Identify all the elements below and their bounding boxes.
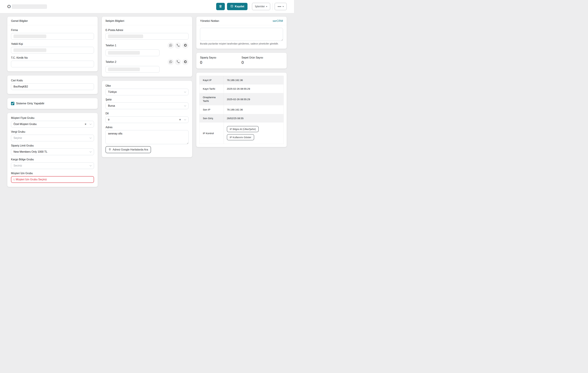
firma-label: Firma [11,29,94,32]
google-maps-search-button[interactable]: Adresi Google Haritalarda Ara [105,146,151,153]
table-row: Kayıt IP 78.189.162.36 [200,76,284,84]
general-info-card-header: Genel Bilgiler [7,17,98,25]
contact-info-card: İletişim Bilgileri E-Posta Adresi Telefo… [102,17,192,77]
ulke-select[interactable]: Türkiye [105,89,189,95]
musteri-fiyat-grubu-select[interactable]: Özel Müşteri Grubu ✕ [11,121,94,127]
cari-kodu-field: Cari Kodu [11,79,94,90]
siparis-sayisi-stat: Sipariş Sayısı 0 [200,56,242,65]
email-input[interactable] [105,33,189,40]
sisteme-giris-label[interactable]: Sisteme Giriş Yapabilir [16,102,44,105]
telegram-button[interactable] [182,42,189,49]
admin-notes-textarea[interactable] [200,28,283,41]
siparis-limit-grubu-field: Sipariş Limit Grubu New Members Only 100… [11,144,94,155]
whatsapp-button[interactable] [168,42,174,49]
selected-value: Özel Müşteri Grubu [13,123,37,126]
musteri-izin-grubu-select[interactable]: i. Müşteri İzin Grubu Seçiniz [11,176,94,183]
dil-select[interactable]: tr ✕ [105,116,189,123]
telegram-button[interactable] [182,59,189,65]
vergi-grubu-select[interactable]: Seçiniz [11,135,94,141]
phone2-action-icons [168,59,189,65]
redacted-customer-name [12,4,47,9]
sercrm-link[interactable]: serCRM [273,19,283,23]
caret-down-icon: ▾ [283,6,284,8]
ellipsis-icon: ••• [278,5,281,8]
firma-input[interactable] [11,33,94,40]
islemler-label: İşlemler [255,5,265,8]
row-value: 78.189.162.36 [224,76,284,84]
select-placeholder: Seciniz [13,164,22,167]
row-value: 2025-02-26 08:55:29 [224,93,284,105]
siparis-limit-grubu-select[interactable]: New Members Only 1000 TL [11,148,94,155]
table-row: Kayıt Tarihi 2025-02-26 08:55:29 [200,84,284,93]
email-field: E-Posta Adresi [105,29,189,40]
header-divider [250,3,250,10]
adres-textarea[interactable]: serenay ofis [105,130,189,144]
ip-kullanimi-goster-button[interactable]: IP Kullanımı Göster [227,134,254,140]
cari-kodu-input[interactable] [11,83,94,90]
islemler-dropdown-button[interactable]: İşlemler ▾ [252,3,270,10]
ip-bilgisi-al-button[interactable]: IP Bilgisi Al (Ülke/Şehir) [227,126,259,132]
main-content: Genel Bilgiler Firma Yetkili Kişi T.C. K… [0,13,294,190]
whatsapp-button[interactable] [168,59,174,65]
vergi-grubu-label: Vergi Grubu [11,130,94,134]
sepet-urun-sayisi-value: 0 [242,60,283,65]
whatsapp-icon [169,60,172,64]
call-button[interactable] [175,59,181,65]
yetkili-kisi-field: Yetkili Kişi [11,42,94,53]
page-title-letter: O [7,4,11,9]
validation-error-text: i. Müşteri İzin Grubu Seçiniz [14,178,47,181]
clear-icon[interactable]: ✕ [179,118,181,121]
redacted-text [108,51,140,55]
delete-button[interactable] [216,3,225,10]
row-label: Son IP [200,105,224,114]
chevron-down-icon [90,123,92,125]
row-label: IP Kontrol [200,123,224,144]
telegram-icon [184,43,187,48]
row-value: 78.189.162.36 [224,105,284,114]
musteri-fiyat-grubu-field: Müşteri Fiyat Grubu Özel Müşteri Grubu ✕ [11,116,94,127]
sehir-field: Şehir Bursa [105,98,189,109]
more-options-button[interactable]: ••• ▾ [275,3,287,10]
stats-card: Sipariş Sayısı 0 Sepet Ürün Sayısı 0 [196,53,287,69]
top-header: O Kaydet [0,0,294,13]
yetkili-kisi-label: Yetkili Kişi [11,42,94,46]
phone1-action-icons [168,42,189,49]
tc-kimlik-input[interactable] [11,61,94,67]
address-card: Ülke Türkiye Şehir Bursa Dil [102,81,192,157]
admin-notes-helper-text: Burada yazılanlar müşteri tarafından gör… [200,42,283,45]
vergi-grubu-field: Vergi Grubu Seçiniz [11,130,94,141]
middle-column: İletişim Bilgileri E-Posta Adresi Telefo… [102,17,192,157]
map-pin-icon [108,148,111,152]
phone-icon [176,43,180,48]
general-info-card: Genel Bilgiler Firma Yetkili Kişi T.C. K… [7,17,98,71]
left-column: Genel Bilgiler Firma Yetkili Kişi T.C. K… [7,17,98,187]
kargo-bolge-grubu-label: Kargo Bölge Grubu [11,158,94,161]
musteri-izin-grubu-label: Müşteri İzin Grubu [11,172,94,175]
card-title: Genel Bilgiler [11,19,28,23]
sisteme-giris-checkbox[interactable] [11,102,14,105]
registration-info-table: Kayıt IP 78.189.162.36 Kayıt Tarihi 2025… [199,76,284,144]
page-title: O [7,4,47,9]
phone1-input[interactable] [105,50,159,56]
yetkili-kisi-input[interactable] [11,47,94,53]
admin-notes-card-header: Yönetici Notları serCRM [196,17,287,25]
right-column: Yönetici Notları serCRM Burada yazılanla… [196,17,287,147]
phone2-label: Telefon 2 [105,61,116,63]
clear-icon[interactable]: ✕ [84,123,86,125]
phone1-label: Telefon 1 [105,44,116,47]
header-actions: Kaydet İşlemler ▾ ••• ▾ [216,3,287,10]
sehir-select[interactable]: Bursa [105,103,189,109]
row-value: 2025-02-26 08:55:29 [224,84,284,93]
telegram-icon [184,60,187,64]
call-button[interactable] [175,42,181,49]
table-row: Son Giriş 26/02/25 08:55 [200,114,284,123]
selected-value: Bursa [108,104,115,107]
save-button[interactable]: Kaydet [227,3,248,10]
customer-groups-card: Müşteri Fiyat Grubu Özel Müşteri Grubu ✕… [7,113,98,187]
table-row: Son IP 78.189.162.36 [200,105,284,114]
selected-value: tr [108,118,110,121]
phone2-input[interactable] [105,66,159,73]
kargo-bolge-grubu-select[interactable]: Seciniz [11,162,94,169]
registration-info-card: Kayıt IP 78.189.162.36 Kayıt Tarihi 2025… [196,73,287,147]
dil-label: Dil [105,112,189,115]
